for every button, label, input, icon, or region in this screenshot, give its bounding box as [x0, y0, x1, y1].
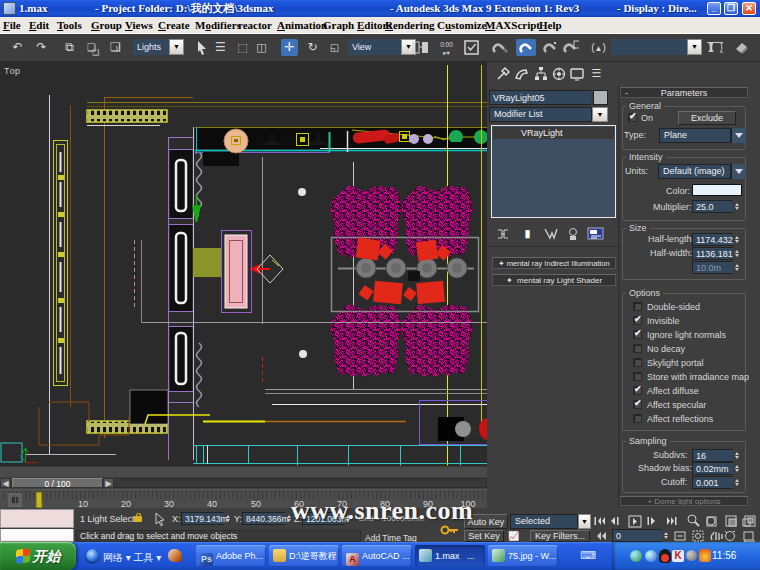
svg-text:Top: Top [4, 67, 20, 77]
